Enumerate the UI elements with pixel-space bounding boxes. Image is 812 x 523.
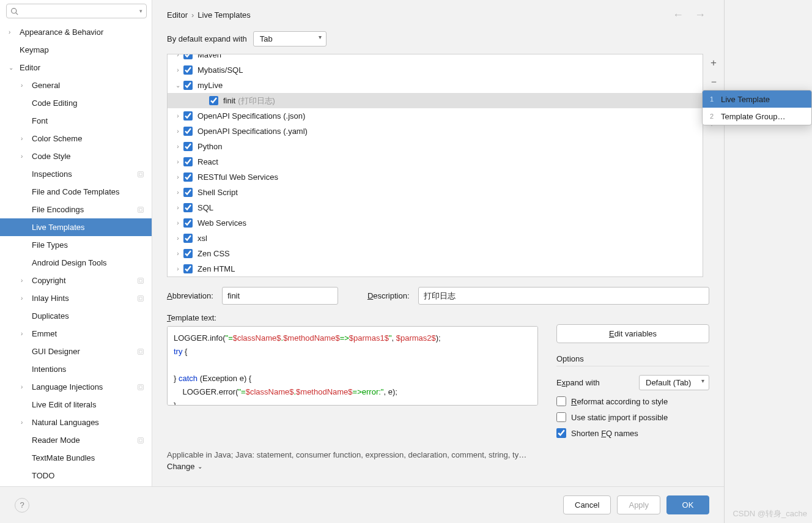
expand-icon[interactable]: ⌄	[172, 82, 183, 89]
nav-forward-button[interactable]: →	[691, 9, 709, 21]
change-context-link[interactable]: Change ⌄	[152, 462, 724, 477]
expand-with-select[interactable]: Tab	[253, 31, 327, 46]
static-import-option[interactable]: Use static import if possible	[556, 412, 709, 422]
ok-button[interactable]: OK	[666, 495, 709, 514]
sidebar-item-natural-languages[interactable]: ›Natural Languages	[0, 414, 152, 431]
expand-icon[interactable]: ›	[172, 128, 183, 135]
shorten-fq-option[interactable]: Shorten FQ names	[556, 428, 709, 438]
expand-icon[interactable]: ›	[172, 220, 183, 226]
template-checkbox[interactable]	[183, 127, 193, 136]
template-list[interactable]: ›Maven›Mybatis/SQL⌄myLivefinit(打印日志)›Ope…	[167, 54, 703, 277]
sidebar-item-todo[interactable]: TODO	[0, 467, 152, 484]
options-label: Options	[556, 354, 709, 366]
template-checkbox[interactable]	[183, 157, 193, 166]
template-checkbox[interactable]	[183, 203, 193, 212]
abbreviation-input[interactable]	[222, 287, 338, 305]
sidebar-item-code-editing[interactable]: Code Editing	[0, 94, 152, 112]
sidebar-item-duplicates[interactable]: Duplicates	[0, 307, 152, 325]
settings-search-input[interactable]	[21, 7, 137, 15]
template-row[interactable]: ›Zen HTML	[168, 261, 703, 276]
template-checkbox[interactable]	[183, 111, 193, 121]
edit-variables-button[interactable]: Edit variables	[556, 324, 709, 343]
template-checkbox[interactable]	[183, 264, 193, 273]
sidebar-item-file-and-code-templates[interactable]: File and Code Templates	[0, 183, 152, 201]
template-checkbox[interactable]	[183, 65, 193, 75]
template-checkbox[interactable]	[183, 172, 193, 182]
template-text-editor[interactable]: LOGGER.info("=$className$.$methodName$=>…	[167, 326, 538, 406]
description-input[interactable]	[418, 287, 709, 305]
cancel-button[interactable]: Cancel	[563, 495, 611, 514]
template-checkbox[interactable]	[183, 54, 193, 59]
popup-item[interactable]: 1Live Template	[703, 91, 811, 108]
dropdown-icon[interactable]: ▾	[139, 8, 142, 14]
expand-icon[interactable]: ›	[172, 174, 183, 180]
sidebar-item-editor[interactable]: ⌄Editor	[0, 59, 152, 76]
reformat-option[interactable]: Reformat according to style	[556, 396, 709, 406]
expand-icon[interactable]: ›	[172, 67, 183, 73]
expand-with-option-select[interactable]: Default (Tab)	[639, 375, 709, 390]
expand-icon[interactable]: ›	[172, 143, 183, 150]
breadcrumb-parent[interactable]: Editor	[167, 10, 188, 20]
remove-template-button[interactable]: －	[704, 73, 723, 90]
sidebar-item-textmate-bundles[interactable]: TextMate Bundles	[0, 449, 152, 467]
template-row[interactable]: ›Web Services	[168, 215, 703, 231]
sidebar-item-code-style[interactable]: ›Code Style	[0, 147, 152, 165]
sidebar-item-copyright[interactable]: ›Copyright	[0, 272, 152, 289]
template-row[interactable]: ›OpenAPI Specifications (.yaml)	[168, 124, 703, 139]
sidebar-item-file-encodings[interactable]: File Encodings	[0, 201, 152, 218]
expand-icon[interactable]: ›	[172, 54, 183, 58]
template-row[interactable]: ›Mybatis/SQL	[168, 62, 703, 78]
sidebar-item-appearance-behavior[interactable]: ›Appearance & Behavior	[0, 23, 152, 41]
sidebar-item-gui-designer[interactable]: GUI Designer	[0, 343, 152, 360]
template-row[interactable]: ›Python	[168, 139, 703, 154]
template-row[interactable]: ›Maven	[168, 54, 703, 62]
sidebar-item-general[interactable]: ›General	[0, 76, 152, 94]
template-row[interactable]: ⌄myLive	[168, 78, 703, 93]
sidebar-item-live-templates[interactable]: Live Templates	[0, 218, 152, 236]
expand-icon[interactable]: ›	[172, 189, 183, 196]
sidebar-item-reader-mode[interactable]: Reader Mode	[0, 431, 152, 449]
help-button[interactable]: ?	[15, 498, 29, 513]
expand-icon[interactable]: ›	[172, 158, 183, 165]
template-row[interactable]: ›Shell Script	[168, 185, 703, 200]
template-checkbox[interactable]	[183, 81, 193, 90]
settings-tree[interactable]: ›Appearance & BehaviorKeymap⌄Editor›Gene…	[0, 22, 152, 486]
sidebar-item-color-scheme[interactable]: ›Color Scheme	[0, 130, 152, 147]
template-checkbox[interactable]	[183, 249, 193, 258]
sidebar-item-intentions[interactable]: Intentions	[0, 360, 152, 378]
template-checkbox[interactable]	[183, 218, 193, 228]
template-row[interactable]: ›RESTful Web Services	[168, 169, 703, 185]
sidebar-item-file-types[interactable]: File Types	[0, 236, 152, 254]
sidebar-item-label: Language Injections	[32, 382, 103, 391]
add-template-popup[interactable]: 1Live Template2Template Group…	[702, 90, 812, 125]
expand-icon[interactable]: ›	[172, 204, 183, 211]
template-checkbox[interactable]	[183, 234, 193, 243]
sidebar-item-inlay-hints[interactable]: ›Inlay Hints	[0, 289, 152, 307]
nav-back-button[interactable]: ←	[669, 9, 687, 21]
sidebar-item-keymap[interactable]: Keymap	[0, 41, 152, 59]
sidebar-item-emmet[interactable]: ›Emmet	[0, 325, 152, 343]
expand-icon[interactable]: ›	[172, 265, 183, 272]
gear-icon	[137, 384, 144, 391]
template-row[interactable]: ›OpenAPI Specifications (.json)	[168, 108, 703, 124]
template-checkbox[interactable]	[209, 96, 218, 105]
add-template-button[interactable]: +	[704, 54, 723, 72]
template-checkbox[interactable]	[183, 142, 193, 151]
template-row[interactable]: ›Zen CSS	[168, 246, 703, 261]
expand-icon[interactable]: ›	[172, 113, 183, 119]
settings-search[interactable]: ▾	[6, 4, 147, 18]
popup-item[interactable]: 2Template Group…	[703, 108, 811, 125]
sidebar-item-android-design-tools[interactable]: Android Design Tools	[0, 254, 152, 272]
expand-icon[interactable]: ›	[172, 250, 183, 257]
sidebar-item-inspections[interactable]: Inspections	[0, 165, 152, 183]
sidebar-item-live-edit-of-literals[interactable]: Live Edit of literals	[0, 396, 152, 414]
sidebar-item-font[interactable]: Font	[0, 112, 152, 130]
expand-icon[interactable]: ›	[172, 235, 183, 242]
template-checkbox[interactable]	[183, 188, 193, 197]
template-row[interactable]: ›xsl	[168, 231, 703, 246]
sidebar-item-language-injections[interactable]: ›Language Injections	[0, 378, 152, 396]
template-row[interactable]: finit(打印日志)	[168, 93, 703, 108]
template-row[interactable]: ›SQL	[168, 200, 703, 215]
apply-button[interactable]: Apply	[617, 495, 660, 514]
template-row[interactable]: ›React	[168, 154, 703, 169]
